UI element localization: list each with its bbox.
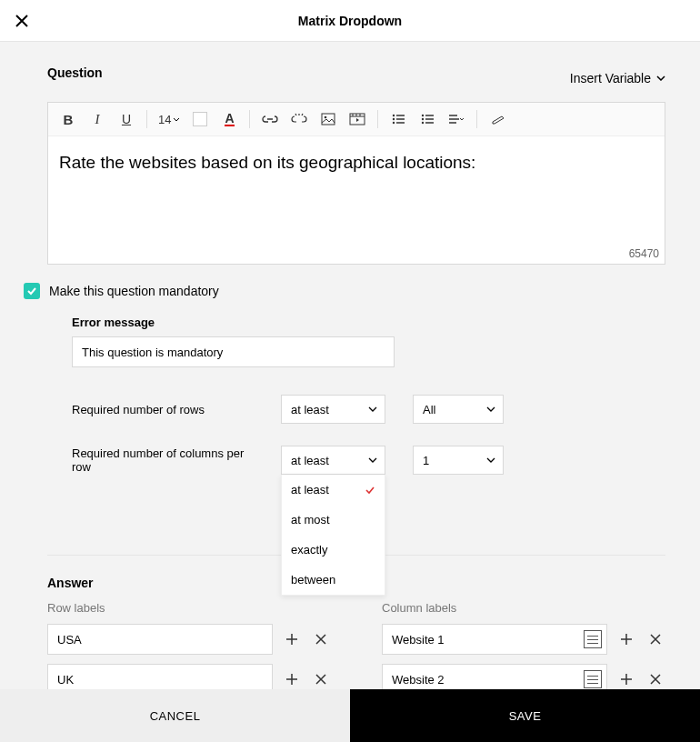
col-labels-title: Column labels — [382, 601, 665, 615]
add-icon[interactable] — [616, 629, 636, 649]
separator — [377, 110, 378, 128]
video-icon[interactable] — [348, 110, 366, 128]
chevron-down-icon — [486, 457, 495, 463]
editor-toolbar: B I U 14 A — [48, 103, 665, 136]
required-rows-label: Required number of rows — [72, 403, 254, 416]
modal-header: Matrix Dropdown — [0, 0, 700, 42]
required-rows-op-select[interactable]: at least — [281, 395, 385, 424]
svg-point-6 — [422, 115, 424, 116]
question-text-input[interactable]: Rate the websites based on its geographi… — [48, 136, 665, 264]
check-icon — [365, 486, 375, 495]
required-cols-label: Required number of columns per row — [72, 446, 254, 474]
mandatory-checkbox[interactable] — [24, 283, 40, 299]
options-icon[interactable] — [584, 630, 602, 648]
add-icon[interactable] — [616, 669, 636, 689]
remove-icon[interactable] — [645, 669, 665, 689]
svg-point-8 — [422, 122, 424, 124]
insert-variable-button[interactable]: Insert Variable — [570, 71, 665, 85]
add-icon[interactable] — [282, 669, 302, 689]
svg-point-1 — [325, 116, 327, 119]
separator — [249, 110, 250, 128]
save-button[interactable]: SAVE — [350, 689, 700, 742]
remove-icon[interactable] — [311, 629, 331, 649]
rich-text-editor: B I U 14 A — [47, 102, 665, 265]
svg-point-7 — [422, 118, 424, 120]
chevron-down-icon — [486, 406, 495, 412]
link-icon[interactable] — [261, 110, 279, 128]
label-input[interactable] — [47, 624, 273, 655]
chevron-down-icon — [368, 457, 377, 463]
svg-point-5 — [393, 122, 395, 124]
error-message-input[interactable] — [72, 336, 395, 367]
separator — [146, 110, 147, 128]
list-item — [382, 624, 665, 655]
options-icon[interactable] — [584, 670, 602, 688]
text-color-button[interactable]: A — [220, 110, 238, 128]
list-item — [47, 624, 331, 655]
svg-point-3 — [393, 115, 395, 116]
dropdown-option[interactable]: exactly — [282, 535, 385, 565]
add-icon[interactable] — [282, 629, 302, 649]
align-button[interactable] — [447, 110, 465, 128]
underline-button[interactable]: U — [117, 110, 135, 128]
dropdown-option[interactable]: at most — [282, 505, 385, 535]
italic-button[interactable]: I — [88, 110, 106, 128]
image-icon[interactable] — [319, 110, 337, 128]
svg-rect-0 — [322, 114, 335, 125]
svg-point-4 — [393, 118, 395, 120]
cancel-button[interactable]: CANCEL — [0, 689, 350, 742]
chevron-down-icon — [368, 406, 377, 412]
modal-title: Matrix Dropdown — [0, 14, 700, 28]
numbered-list-icon[interactable] — [418, 110, 436, 128]
mandatory-label: Make this question mandatory — [49, 284, 219, 298]
label-input[interactable] — [382, 624, 607, 655]
char-counter: 65470 — [629, 247, 659, 260]
remove-icon[interactable] — [645, 629, 665, 649]
close-icon[interactable] — [15, 14, 29, 28]
dropdown-option[interactable]: between — [282, 565, 385, 595]
caret-down-icon — [656, 75, 665, 81]
bold-button[interactable]: B — [59, 110, 77, 128]
required-rows-value-select[interactable]: All — [413, 395, 504, 424]
modal-footer: CANCEL SAVE — [0, 689, 700, 742]
required-cols-op-select[interactable]: at least — [281, 446, 385, 475]
clear-format-icon[interactable] — [488, 110, 506, 128]
insert-variable-label: Insert Variable — [570, 71, 651, 85]
dropdown-option[interactable]: at least — [282, 475, 385, 505]
row-labels-title: Row labels — [47, 601, 331, 615]
required-cols-op-dropdown: at leastat mostexactlybetween — [281, 475, 385, 596]
separator — [476, 110, 477, 128]
font-size-select[interactable]: 14 — [158, 110, 180, 128]
required-cols-value-select[interactable]: 1 — [413, 446, 504, 475]
bg-color-button[interactable] — [191, 110, 209, 128]
remove-icon[interactable] — [311, 669, 331, 689]
check-icon — [26, 286, 37, 296]
unlink-icon[interactable] — [290, 110, 308, 128]
question-label: Question — [47, 65, 103, 80]
error-message-label: Error message — [72, 316, 665, 329]
bullet-list-icon[interactable] — [389, 110, 407, 128]
